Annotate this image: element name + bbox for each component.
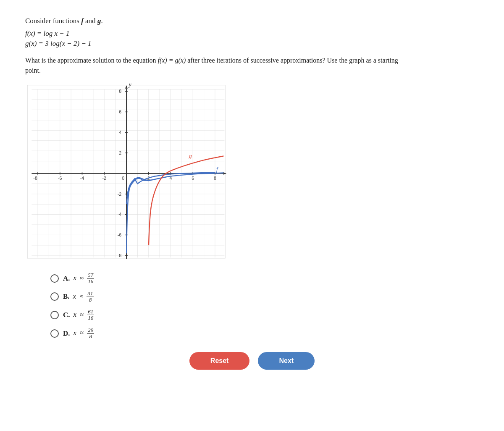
label-d: D.: [63, 329, 70, 338]
intro-text: Consider functions: [25, 17, 81, 25]
graph-svg: x y -8 -6 -4 -2 0 2 4 6 8 8: [25, 83, 227, 260]
approx-b: ≈: [79, 292, 83, 300]
g-label: g: [189, 152, 192, 159]
svg-text:-2: -2: [102, 176, 106, 181]
and-text: and: [84, 17, 97, 25]
answer-option-a[interactable]: A. x ≈ 57 16: [50, 272, 479, 285]
var-d: x: [74, 329, 77, 336]
answer-options: A. x ≈ 57 16 B. x ≈ 31 8: [50, 272, 479, 339]
svg-text:4: 4: [119, 130, 121, 135]
svg-text:-4: -4: [80, 176, 84, 181]
svg-text:6: 6: [119, 109, 121, 114]
svg-text:-6: -6: [118, 232, 122, 237]
label-c: C.: [63, 311, 70, 319]
approx-d: ≈: [80, 329, 84, 336]
question-text: What is the approximate solution to the …: [25, 55, 403, 76]
answer-option-b[interactable]: B. x ≈ 31 8: [50, 291, 479, 303]
svg-text:2: 2: [119, 150, 121, 155]
answer-option-c[interactable]: C. x ≈ 61 16: [50, 309, 479, 321]
var-b: x: [73, 292, 76, 300]
var-c: x: [74, 310, 77, 318]
svg-text:-2: -2: [118, 192, 122, 197]
var-a: x: [74, 274, 77, 282]
svg-text:-4: -4: [118, 212, 122, 217]
graph-area: x y -8 -6 -4 -2 0 2 4 6 8 8: [25, 83, 479, 260]
approx-a: ≈: [80, 274, 84, 281]
label-b: B.: [63, 292, 70, 301]
svg-text:8: 8: [214, 176, 216, 181]
g-definition: g(x) = 3 log(x − 2) − 1: [25, 39, 479, 48]
page-container: Consider functions f and g. f(x) = log x…: [0, 0, 504, 386]
radio-a[interactable]: [50, 274, 59, 283]
buttons-row: Reset Next: [25, 352, 479, 370]
fraction-d: 29 8: [87, 327, 94, 340]
intro-line: Consider functions f and g.: [25, 17, 479, 25]
svg-text:-8: -8: [33, 176, 37, 181]
reset-button[interactable]: Reset: [189, 352, 250, 370]
f-definition: f(x) = log x − 1: [25, 29, 479, 38]
answer-option-d[interactable]: D. x ≈ 29 8: [50, 327, 479, 340]
next-button[interactable]: Next: [258, 352, 315, 370]
approx-c: ≈: [80, 311, 84, 318]
radio-d[interactable]: [50, 329, 59, 338]
svg-text:y: y: [128, 83, 132, 88]
svg-text:-6: -6: [58, 176, 62, 181]
svg-text:6: 6: [192, 176, 194, 181]
fraction-b: 31 8: [87, 291, 94, 303]
label-a: A.: [63, 274, 70, 283]
svg-text:-8: -8: [118, 253, 122, 258]
svg-text:0: 0: [122, 176, 124, 181]
svg-text:8: 8: [119, 89, 121, 94]
fraction-a: 57 16: [87, 272, 94, 285]
radio-c[interactable]: [50, 311, 59, 319]
radio-b[interactable]: [50, 292, 59, 301]
fraction-c: 61 16: [87, 309, 94, 321]
